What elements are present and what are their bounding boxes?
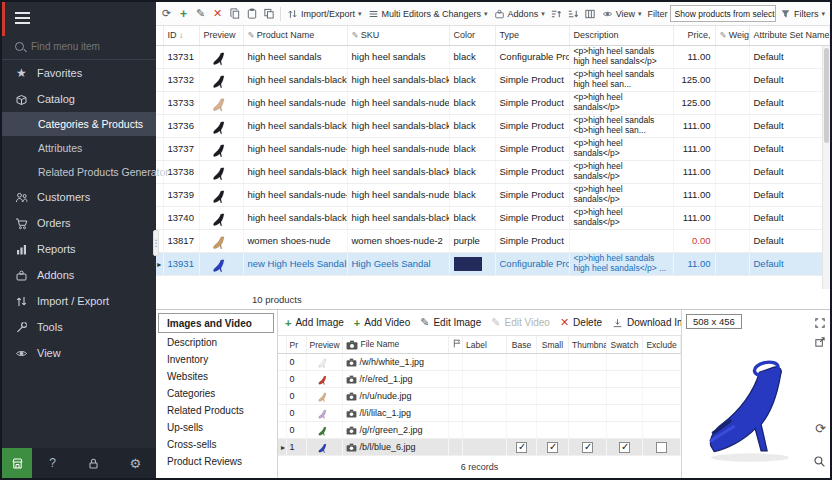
id-cell[interactable]: 13733	[163, 91, 199, 114]
weight-cell[interactable]	[715, 91, 749, 114]
type-cell[interactable]: Configurable Product	[495, 45, 569, 68]
image-preview-cell[interactable]	[306, 422, 342, 439]
sidebar-item-reports[interactable]: Reports	[2, 236, 156, 262]
image-preview-cell[interactable]	[306, 371, 342, 388]
product-row[interactable]: 13740 high heel sandals-black-38 high he…	[156, 206, 830, 229]
rotate-button[interactable]: ⟳	[815, 421, 826, 436]
weight-cell[interactable]	[715, 45, 749, 68]
detail-tab[interactable]: Images and Video	[158, 313, 274, 333]
id-cell[interactable]: 13739	[163, 183, 199, 206]
priority-cell[interactable]: 0	[286, 405, 306, 422]
type-cell[interactable]: Simple Product	[495, 137, 569, 160]
detail-tab[interactable]: Related Products	[156, 402, 277, 419]
image-preview-cell[interactable]	[306, 354, 342, 371]
label-cell[interactable]	[463, 405, 507, 422]
thumbnail-cell[interactable]	[569, 422, 607, 439]
multi-editors-menu[interactable]: Multi Editors & Changers ▾	[366, 8, 490, 20]
weight-cell[interactable]	[715, 206, 749, 229]
sidebar-item-attributes[interactable]: Attributes	[2, 136, 156, 160]
base-cell[interactable]	[507, 405, 537, 422]
sku-cell[interactable]: high heel sandals-black-36	[347, 114, 449, 137]
column-header-file-name[interactable]: File Name	[342, 336, 449, 354]
type-cell[interactable]: Simple Product	[495, 114, 569, 137]
exclude-checkbox[interactable]	[656, 442, 667, 453]
thumbnail-cell[interactable]	[569, 371, 607, 388]
column-header-exclude[interactable]: Exclude	[643, 336, 681, 354]
type-cell[interactable]: Configurable Product	[495, 252, 569, 275]
base-cell[interactable]	[507, 422, 537, 439]
column-header-weight[interactable]: ✎Weight	[715, 26, 749, 45]
file-name-cell[interactable]: /g/r/green_2.jpg	[342, 422, 449, 439]
price-cell[interactable]: 111.00	[673, 137, 715, 160]
preview-cell[interactable]	[199, 137, 243, 160]
swatch-cell[interactable]	[607, 354, 643, 371]
id-cell[interactable]: 13931	[163, 252, 199, 275]
weight-cell[interactable]	[715, 160, 749, 183]
swatch-cell[interactable]	[607, 405, 643, 422]
vertical-scrollbar[interactable]	[822, 46, 830, 289]
preview-cell[interactable]	[199, 160, 243, 183]
scrollbar-thumb[interactable]	[824, 48, 829, 143]
product-row[interactable]: 13731 high heel sandals high heel sandal…	[156, 45, 830, 68]
weight-cell[interactable]	[715, 68, 749, 91]
priority-cell[interactable]: 1	[286, 439, 306, 456]
description-cell[interactable]	[569, 229, 673, 252]
sidebar-item-related-products-generator[interactable]: Related Products Generator	[2, 160, 156, 184]
base-cell[interactable]	[507, 388, 537, 405]
product-name-cell[interactable]: high heel sandals-nude-36	[243, 137, 347, 160]
sku-cell[interactable]: high heel sandals-black-38	[347, 206, 449, 229]
sidebar-search[interactable]	[2, 34, 156, 60]
type-cell[interactable]: Simple Product	[495, 91, 569, 114]
color-cell[interactable]: black	[449, 68, 495, 91]
base-cell[interactable]	[507, 439, 537, 456]
sidebar-item-tools[interactable]: Tools	[2, 314, 156, 340]
preview-cell[interactable]	[199, 68, 243, 91]
id-cell[interactable]: 13740	[163, 206, 199, 229]
attribute-set-cell[interactable]: Default	[749, 183, 830, 206]
add-image-button[interactable]: +Add Image	[285, 317, 344, 329]
image-preview-cell[interactable]	[306, 405, 342, 422]
product-name-cell[interactable]: high heel sandals-black-37	[243, 160, 347, 183]
swatch-cell[interactable]	[607, 388, 643, 405]
lock-button[interactable]	[73, 448, 114, 478]
delete-image-button[interactable]: ✕Delete	[560, 316, 602, 329]
attribute-set-cell[interactable]: Default	[749, 229, 830, 252]
price-cell[interactable]: 0.00	[673, 229, 715, 252]
thumbnail-cell[interactable]	[569, 354, 607, 371]
product-row[interactable]: 13931 new High Heels Sandals High Geels …	[156, 252, 830, 275]
product-row[interactable]: 13817 women shoes-nude women shoes-nude-…	[156, 229, 830, 252]
sort-descending-button[interactable]	[566, 8, 581, 20]
type-cell[interactable]: Simple Product	[495, 160, 569, 183]
edit-product-button[interactable]: ✎	[193, 7, 208, 20]
price-cell[interactable]: 125.00	[673, 91, 715, 114]
color-cell[interactable]: black	[449, 137, 495, 160]
detail-tab[interactable]: Up-sells	[156, 419, 277, 436]
attribute-set-cell[interactable]: Default	[749, 160, 830, 183]
attribute-set-cell[interactable]: Default	[749, 114, 830, 137]
sku-cell[interactable]: high heel sandals-nude	[347, 91, 449, 114]
sku-cell[interactable]: women shoes-nude-2	[347, 229, 449, 252]
price-cell[interactable]: 11.00	[673, 45, 715, 68]
base-cell[interactable]	[507, 354, 537, 371]
description-cell[interactable]: <p>high heel sandals</p>	[569, 137, 673, 160]
base-cell[interactable]	[507, 371, 537, 388]
preview-cell[interactable]	[199, 229, 243, 252]
small-cell[interactable]	[537, 439, 569, 456]
preview-cell[interactable]	[199, 45, 243, 68]
swatch-cell[interactable]	[607, 422, 643, 439]
attribute-set-cell[interactable]: Default	[749, 137, 830, 160]
thumbnail-cell[interactable]	[569, 388, 607, 405]
flag-cell[interactable]	[449, 388, 463, 405]
sku-cell[interactable]: high heel sandals-nude-37	[347, 183, 449, 206]
image-row[interactable]: 0 /g/r/green_2.jpg	[278, 422, 681, 439]
flag-cell[interactable]	[449, 439, 463, 456]
column-header-product-name[interactable]: ✎Product Name	[243, 26, 347, 45]
column-header-image-preview[interactable]: Preview	[306, 336, 342, 354]
type-cell[interactable]: Simple Product	[495, 68, 569, 91]
weight-cell[interactable]	[715, 137, 749, 160]
file-name-cell[interactable]: /w/h/white_1.jpg	[342, 354, 449, 371]
exclude-cell[interactable]	[643, 371, 681, 388]
refresh-button[interactable]: ⟳	[159, 7, 174, 20]
thumbnail-checkbox[interactable]	[582, 442, 593, 453]
product-row[interactable]: 13732 high heel sandals-black high heel …	[156, 68, 830, 91]
